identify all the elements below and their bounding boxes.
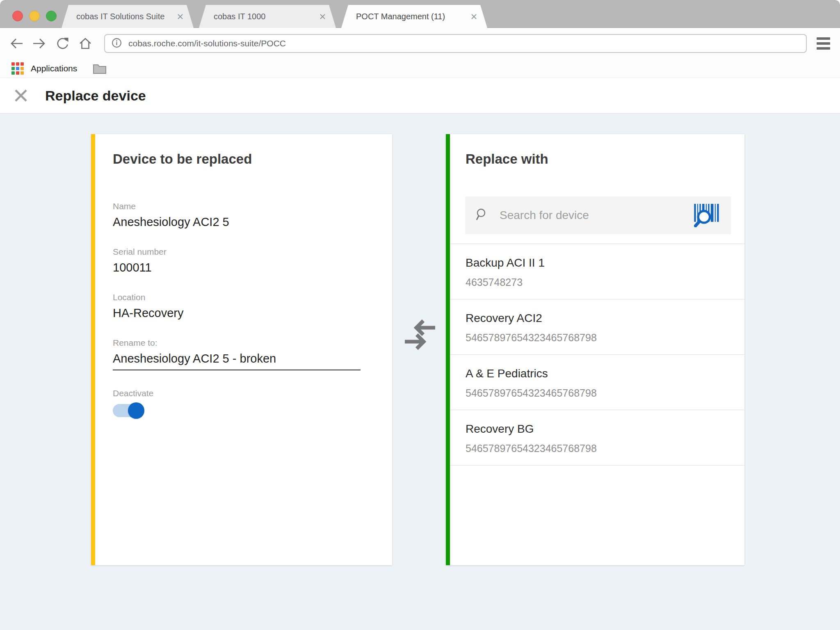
- device-name: Backup ACI II 1: [466, 256, 736, 269]
- device-row[interactable]: Recovery BG 54657897654323465768798: [450, 410, 744, 466]
- field-value: Aneshesiology ACI2 5: [113, 215, 361, 229]
- field-label: Rename to:: [113, 338, 361, 348]
- barcode-scan-icon[interactable]: [692, 201, 721, 230]
- menu-icon[interactable]: [817, 37, 830, 50]
- search-input[interactable]: [500, 209, 692, 222]
- field-value: HA-Recovery: [113, 306, 361, 320]
- tabs: cobas IT Solutions Suite cobas IT 1000 P…: [62, 5, 487, 28]
- page-title: Replace device: [45, 88, 146, 104]
- device-serial: 4635748273: [466, 276, 736, 288]
- field-label: Name: [113, 201, 361, 211]
- tab-poct-management[interactable]: POCT Management (11): [341, 5, 487, 28]
- tab-label: cobas IT Solutions Suite: [76, 12, 164, 21]
- browser-window: cobas IT Solutions Suite cobas IT 1000 P…: [0, 0, 840, 630]
- bookmark-applications[interactable]: Applications: [31, 64, 77, 73]
- tab-label: cobas IT 1000: [214, 12, 265, 21]
- device-row[interactable]: Recovery ACI2 54657897654323465768798: [450, 299, 744, 355]
- deactivate-field: Deactivate: [113, 388, 361, 417]
- tab-close-icon[interactable]: [319, 13, 326, 20]
- toggle-knob: [128, 402, 144, 419]
- forward-button[interactable]: [31, 35, 48, 52]
- close-icon[interactable]: [12, 87, 30, 104]
- device-serial: 54657897654323465768798: [466, 443, 736, 454]
- content-area: Device to be replaced Name Aneshesiology…: [0, 114, 840, 630]
- device-list: Backup ACI II 1 4635748273 Recovery ACI2…: [450, 244, 744, 466]
- zoom-window-button[interactable]: [46, 11, 57, 21]
- field-label: Location: [113, 292, 361, 302]
- close-window-button[interactable]: [12, 11, 23, 21]
- device-serial: 54657897654323465768798: [466, 332, 736, 344]
- device-row[interactable]: A & E Pediatrics 54657897654323465768798: [450, 355, 744, 410]
- rename-input[interactable]: [113, 352, 361, 370]
- home-button[interactable]: [77, 35, 94, 52]
- tab-close-icon[interactable]: [470, 13, 477, 20]
- name-field: Name Aneshesiology ACI2 5: [113, 201, 361, 229]
- swap-arrows-icon: [403, 319, 437, 352]
- replace-with-panel: Replace with: [446, 134, 744, 565]
- window-controls: [12, 11, 57, 21]
- field-label: Serial number: [113, 247, 361, 257]
- bookmarks-bar: Applications: [0, 59, 840, 78]
- page-info-icon[interactable]: [112, 38, 122, 50]
- tab-strip: cobas IT Solutions Suite cobas IT 1000 P…: [0, 0, 840, 28]
- url-field[interactable]: cobas.roche.com/it-solutions-suite/POCC: [104, 34, 807, 53]
- device-to-replace-panel: Device to be replaced Name Aneshesiology…: [91, 134, 392, 565]
- tab-close-icon[interactable]: [177, 13, 184, 20]
- device-search-box: [465, 196, 731, 234]
- bookmark-folder-icon[interactable]: [93, 63, 107, 74]
- search-icon: [476, 208, 489, 223]
- panel-title: Replace with: [450, 151, 744, 167]
- tab-cobas-it-solutions-suite[interactable]: cobas IT Solutions Suite: [62, 5, 194, 28]
- navigation-bar: cobas.roche.com/it-solutions-suite/POCC: [0, 28, 840, 59]
- deactivate-toggle[interactable]: [113, 404, 144, 417]
- back-button[interactable]: [8, 35, 25, 52]
- dialog-header: Replace device: [0, 78, 840, 114]
- device-serial: 54657897654323465768798: [466, 387, 736, 399]
- apps-grid-icon: [11, 62, 24, 75]
- panel-title: Device to be replaced: [113, 151, 361, 167]
- url-text: cobas.roche.com/it-solutions-suite/POCC: [128, 39, 286, 48]
- device-row[interactable]: Backup ACI II 1 4635748273: [450, 244, 744, 299]
- device-name: A & E Pediatrics: [466, 367, 736, 380]
- reload-button[interactable]: [54, 35, 71, 52]
- device-name: Recovery ACI2: [466, 312, 736, 325]
- field-label: Deactivate: [113, 388, 361, 398]
- tab-label: POCT Management (11): [356, 12, 445, 21]
- minimize-window-button[interactable]: [29, 11, 40, 21]
- serial-number-field: Serial number 100011: [113, 247, 361, 274]
- rename-field: Rename to:: [113, 338, 361, 370]
- field-value: 100011: [113, 261, 361, 274]
- tab-cobas-it-1000[interactable]: cobas IT 1000: [199, 5, 336, 28]
- device-name: Recovery BG: [466, 422, 736, 436]
- location-field: Location HA-Recovery: [113, 292, 361, 320]
